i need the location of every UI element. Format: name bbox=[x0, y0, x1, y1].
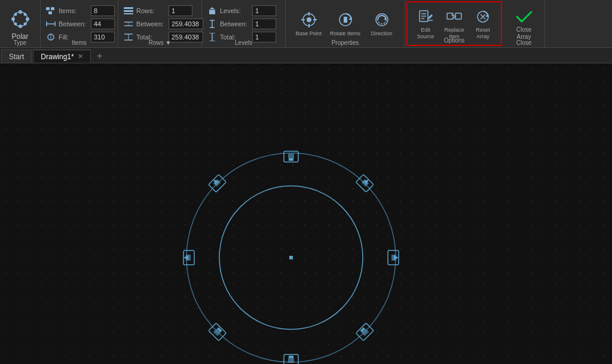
items-input[interactable] bbox=[91, 5, 115, 16]
tab-start-label: Start bbox=[9, 53, 24, 61]
direction-icon bbox=[372, 10, 391, 29]
items-row: Items: bbox=[45, 5, 113, 16]
base-point-button[interactable]: Base Point bbox=[293, 6, 325, 42]
between-row: Between: bbox=[45, 19, 113, 29]
svg-rect-9 bbox=[46, 7, 50, 10]
items-section-label: Items bbox=[41, 39, 118, 46]
svg-rect-18 bbox=[124, 10, 133, 12]
rotate-items-button[interactable]: Rotate Items bbox=[330, 6, 361, 42]
svg-rect-58 bbox=[289, 256, 293, 259]
replace-item-icon bbox=[445, 8, 463, 26]
rows-section: Rows: Between: Total: Rows ▼ bbox=[118, 0, 202, 47]
svg-rect-10 bbox=[51, 7, 54, 10]
svg-rect-42 bbox=[344, 17, 347, 23]
options-section: EditSource ReplaceItem bbox=[406, 1, 502, 46]
svg-rect-17 bbox=[124, 7, 133, 9]
levels-input[interactable] bbox=[252, 5, 276, 16]
tab-add-button[interactable]: + bbox=[93, 50, 106, 63]
between-rows-input[interactable] bbox=[169, 19, 203, 29]
svg-rect-60 bbox=[288, 154, 294, 158]
between-levels-label: Between: bbox=[220, 20, 252, 27]
between-rows-row: Between: bbox=[123, 19, 197, 29]
rows-label: Rows: bbox=[136, 7, 169, 14]
direction-label: Direction bbox=[371, 30, 393, 37]
rows-section-label: Rows ▼ bbox=[118, 39, 201, 46]
tabs-bar: Start Drawing1* ✕ + bbox=[0, 48, 612, 63]
svg-rect-73 bbox=[289, 356, 293, 358]
svg-point-4 bbox=[26, 17, 29, 21]
edit-source-icon bbox=[417, 8, 434, 26]
levels-row: Levels: bbox=[207, 5, 280, 16]
svg-point-1 bbox=[19, 10, 22, 14]
svg-point-35 bbox=[307, 17, 311, 22]
polar-icon bbox=[8, 7, 32, 31]
svg-rect-61 bbox=[289, 158, 293, 161]
svg-rect-72 bbox=[288, 358, 294, 363]
svg-point-8 bbox=[23, 22, 26, 25]
close-array-label: CloseArray bbox=[516, 26, 532, 41]
svg-rect-51 bbox=[455, 13, 461, 19]
type-section: Polar Type bbox=[0, 0, 41, 47]
between-levels-row: Between: bbox=[207, 19, 280, 29]
edit-source-button[interactable]: EditSource bbox=[414, 6, 437, 42]
svg-rect-50 bbox=[447, 13, 453, 19]
base-point-icon bbox=[299, 10, 319, 29]
close-array-icon bbox=[515, 7, 534, 26]
between-rows-label: Between: bbox=[136, 20, 169, 27]
close-array-button[interactable]: CloseArray bbox=[515, 7, 534, 41]
svg-point-3 bbox=[11, 17, 15, 21]
canvas-drawing bbox=[0, 63, 612, 364]
canvas-area[interactable] bbox=[0, 63, 612, 364]
svg-point-6 bbox=[23, 13, 26, 16]
items-label: Items: bbox=[59, 7, 91, 14]
options-section-label: Options bbox=[408, 37, 501, 44]
svg-point-7 bbox=[14, 22, 17, 25]
levels-label: Levels: bbox=[220, 7, 252, 14]
svg-marker-41 bbox=[348, 17, 351, 20]
rows-row: Rows: bbox=[123, 5, 197, 16]
svg-point-5 bbox=[14, 13, 17, 16]
rotate-items-icon bbox=[336, 10, 355, 29]
svg-rect-11 bbox=[48, 11, 52, 14]
svg-marker-53 bbox=[485, 14, 488, 17]
tab-drawing1-close[interactable]: ✕ bbox=[78, 53, 83, 60]
svg-rect-19 bbox=[124, 13, 133, 14]
svg-point-2 bbox=[19, 25, 22, 28]
tab-start[interactable]: Start bbox=[1, 50, 32, 63]
between-items-input[interactable] bbox=[91, 19, 115, 29]
items-section: Items: Between: Fill: Items bbox=[41, 0, 118, 47]
reset-array-button[interactable]: ResetArray bbox=[471, 6, 495, 42]
rows-input[interactable] bbox=[169, 5, 192, 16]
tab-drawing1[interactable]: Drawing1* ✕ bbox=[33, 50, 90, 63]
properties-section: Base Point Rotate Items bbox=[286, 0, 405, 47]
replace-item-button[interactable]: ReplaceItem bbox=[442, 6, 466, 42]
between-levels-input[interactable] bbox=[252, 19, 276, 29]
svg-marker-26 bbox=[209, 7, 215, 14]
between-items-label: Between: bbox=[59, 20, 91, 27]
levels-section-label: Levels bbox=[202, 39, 285, 46]
close-section: CloseArray Close bbox=[503, 0, 545, 47]
rotate-items-label: Rotate Items bbox=[330, 30, 360, 37]
reset-array-icon bbox=[474, 8, 492, 26]
properties-section-label: Properties bbox=[286, 39, 405, 46]
toolbar: Polar Type Items: Between: Fill: Items R… bbox=[0, 0, 612, 48]
direction-button[interactable]: Direction bbox=[366, 6, 397, 42]
base-point-label: Base Point bbox=[296, 30, 322, 37]
tab-drawing1-label: Drawing1* bbox=[41, 53, 74, 61]
type-section-label: Type bbox=[0, 39, 40, 46]
close-section-label: Close bbox=[503, 39, 544, 46]
levels-section: Levels: Between: Total: Levels bbox=[202, 0, 286, 47]
